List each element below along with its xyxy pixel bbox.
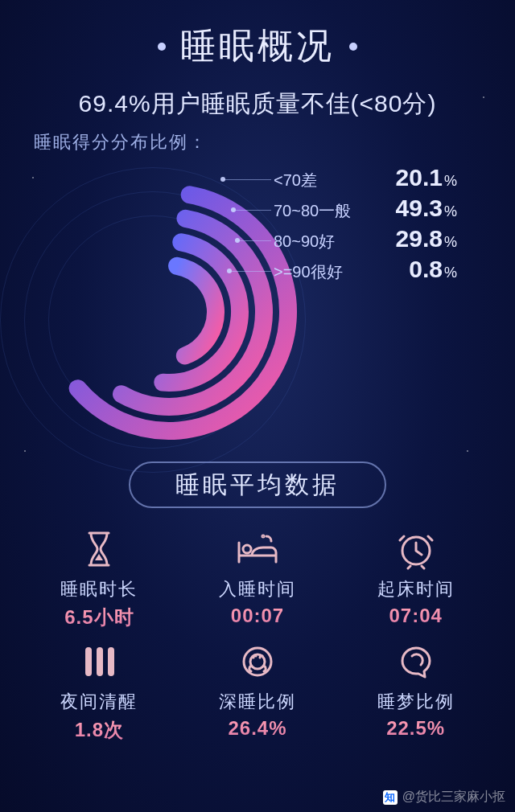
stat-value: 6.5小时 (24, 605, 175, 630)
svg-rect-5 (108, 647, 114, 676)
leader-line (223, 179, 271, 180)
svg-point-0 (243, 545, 251, 553)
legend-value: 49.3 (370, 195, 443, 222)
legend-label: <70差 (274, 170, 370, 191)
sheep-icon (183, 638, 333, 685)
legend-row: >=90很好0.8% (274, 256, 457, 286)
leader-dot (220, 177, 225, 182)
stat-value: 07:04 (340, 605, 491, 627)
stat-cell: 深睡比例26.4% (183, 638, 333, 743)
legend-value: 20.1 (370, 164, 443, 191)
stat-value: 26.4% (183, 717, 333, 740)
headline-text: 69.4%用户睡眠质量不佳(<80分) (0, 88, 515, 121)
svg-rect-3 (85, 647, 92, 676)
legend-label: 70~80一般 (274, 200, 370, 222)
arc-segment (177, 266, 216, 356)
legend-pct-suffix: % (444, 265, 457, 281)
leader-line (233, 210, 271, 211)
leader-dot (227, 269, 232, 273)
hourglass-icon (24, 526, 175, 572)
leader-dot (235, 238, 240, 243)
bed-icon (183, 526, 333, 572)
legend-value: 0.8 (370, 256, 443, 283)
legend-row: 70~80一般49.3% (274, 195, 457, 225)
stat-value: 22.5% (340, 717, 491, 740)
brain-icon (340, 638, 491, 685)
stat-label: 深睡比例 (183, 690, 333, 714)
stat-cell: 夜间清醒1.8次 (24, 638, 175, 743)
stat-label: 睡眠时长 (24, 577, 175, 601)
leader-line (237, 240, 271, 241)
stats-grid: 睡眠时长6.5小时入睡时间00:07起床时间07:04夜间清醒1.8次深睡比例2… (0, 526, 515, 743)
stat-label: 夜间清醒 (24, 690, 175, 714)
legend-row: 80~90好29.8% (274, 225, 457, 256)
page-header: 睡眠概况 (0, 0, 515, 70)
page-title: 睡眠概况 (180, 23, 335, 70)
legend-pct-suffix: % (444, 173, 457, 190)
stat-label: 睡梦比例 (340, 690, 491, 714)
leader-line (229, 271, 271, 272)
legend-pct-suffix: % (444, 234, 457, 251)
radial-chart: <70差20.1%70~80一般49.3%80~90好29.8%>=90很好0.… (0, 159, 515, 449)
decor-dot-right (349, 43, 357, 51)
leader-dot (231, 207, 236, 212)
watermark-text: @货比三家麻小抠 (402, 789, 505, 806)
stat-cell: 睡眠时长6.5小时 (24, 526, 175, 630)
svg-rect-4 (97, 647, 103, 676)
decor-dot-left (158, 43, 166, 51)
stat-cell: 起床时间07:04 (340, 526, 491, 630)
legend-label: >=90很好 (274, 261, 370, 283)
svg-point-1 (262, 535, 264, 537)
chart-legend: <70差20.1%70~80一般49.3%80~90好29.8%>=90很好0.… (274, 164, 457, 286)
radial-arcs (16, 151, 306, 457)
tally-icon (24, 638, 175, 685)
stat-cell: 入睡时间00:07 (183, 526, 333, 630)
watermark: 知 @货比三家麻小抠 (383, 789, 505, 806)
zhihu-icon: 知 (383, 790, 398, 805)
stat-label: 起床时间 (340, 577, 491, 601)
stat-label: 入睡时间 (183, 577, 333, 601)
legend-pct-suffix: % (444, 203, 457, 220)
legend-row: <70差20.1% (274, 164, 457, 195)
legend-label: 80~90好 (274, 231, 370, 252)
stat-cell: 睡梦比例22.5% (340, 638, 491, 743)
stat-value: 1.8次 (24, 717, 175, 743)
legend-value: 29.8 (370, 225, 443, 252)
alarm-icon (340, 526, 491, 572)
stat-value: 00:07 (183, 605, 333, 627)
svg-point-6 (244, 648, 271, 675)
